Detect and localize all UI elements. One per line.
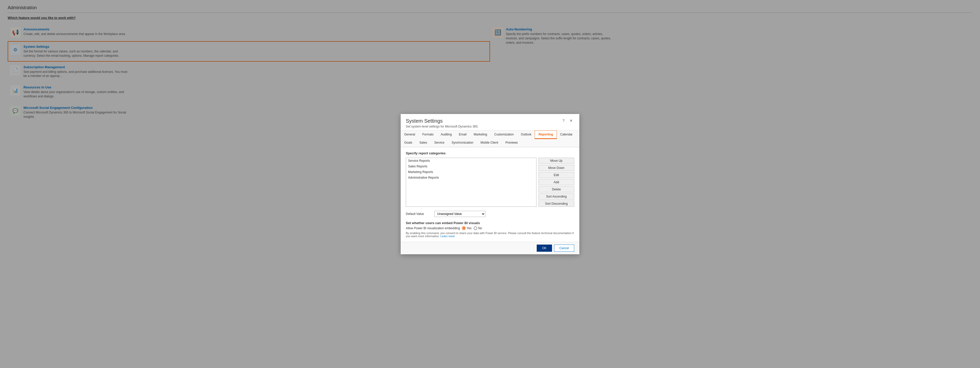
tab-marketing[interactable]: Marketing <box>470 131 491 139</box>
yes-label: Yes <box>466 226 472 230</box>
tab-synchronization[interactable]: Synchronization <box>448 139 477 147</box>
tab-general[interactable]: General <box>401 131 419 139</box>
modal-header-content: System Settings Set system-level setting… <box>406 118 479 128</box>
modal-subtitle: Set system-level settings for Microsoft … <box>406 125 479 128</box>
radio-yes-button[interactable] <box>462 226 466 230</box>
tab-service[interactable]: Service <box>431 139 448 147</box>
tab-mobile-client[interactable]: Mobile Client <box>477 139 502 147</box>
system-settings-modal: System Settings Set system-level setting… <box>401 114 579 254</box>
modal-title: System Settings <box>406 118 479 124</box>
modal-overlay[interactable]: System Settings Set system-level setting… <box>0 0 980 368</box>
learn-more-link[interactable]: Learn more <box>441 235 455 238</box>
power-bi-title: Set whether users can embed Power BI vis… <box>406 221 574 225</box>
modal-header-actions: ? ✕ <box>561 118 574 123</box>
report-categories-title: Specify report categories <box>406 151 574 155</box>
tab-sales[interactable]: Sales <box>416 139 431 147</box>
tab-calendar[interactable]: Calendar <box>557 131 576 139</box>
delete-button[interactable]: Delete <box>538 186 574 192</box>
modal-close-button[interactable]: ✕ <box>568 118 574 123</box>
tab-previews[interactable]: Previews <box>502 139 522 147</box>
power-bi-row: Allow Power BI visualization embedding Y… <box>406 226 574 230</box>
modal-body: Specify report categories Service Report… <box>401 147 579 242</box>
default-value-label: Default Value <box>406 212 431 216</box>
tab-outlook[interactable]: Outlook <box>517 131 535 139</box>
radio-no-button[interactable] <box>474 226 477 230</box>
power-bi-section: Set whether users can embed Power BI vis… <box>406 221 574 238</box>
no-label: No <box>478 226 482 230</box>
tab-goals[interactable]: Goals <box>401 139 416 147</box>
default-value-select[interactable]: Unassigned Value <box>434 211 485 217</box>
power-bi-row-label: Allow Power BI visualization embedding <box>406 226 460 230</box>
radio-no-label[interactable]: No <box>474 226 482 230</box>
list-item-service-reports[interactable]: Service Reports <box>406 158 536 163</box>
power-bi-note: By enabling this command, you consent to… <box>406 232 574 238</box>
modal-footer: OK Cancel <box>401 242 579 254</box>
default-value-row: Default Value Unassigned Value <box>406 211 574 217</box>
tab-auditing[interactable]: Auditing <box>437 131 455 139</box>
move-up-button[interactable]: Move Up <box>538 158 574 164</box>
ok-button[interactable]: OK <box>537 245 552 252</box>
sort-descending-button[interactable]: Sort Descending <box>538 201 574 207</box>
cancel-button[interactable]: Cancel <box>554 245 574 252</box>
list-item-marketing-reports[interactable]: Marketing Reports <box>406 169 536 175</box>
modal-header: System Settings Set system-level setting… <box>401 114 579 131</box>
list-item-sales-reports[interactable]: Sales Reports <box>406 163 536 169</box>
radio-yes-label[interactable]: Yes <box>462 226 472 230</box>
report-categories-row: Service Reports Sales Reports Marketing … <box>406 158 574 207</box>
modal-help-button[interactable]: ? <box>561 118 566 123</box>
add-button[interactable]: Add <box>538 179 574 185</box>
tab-customization[interactable]: Customization <box>491 131 517 139</box>
list-item-administrative-reports[interactable]: Administrative Reports <box>406 175 536 181</box>
modal-tabs: General Formats Auditing Email Marketing… <box>401 131 579 147</box>
edit-button[interactable]: Edit <box>538 172 574 178</box>
tab-formats[interactable]: Formats <box>419 131 437 139</box>
report-action-buttons: Move Up Move Down Edit Add Delete Sort A… <box>538 158 574 207</box>
tab-reporting[interactable]: Reporting <box>535 131 557 139</box>
tab-email[interactable]: Email <box>455 131 470 139</box>
move-down-button[interactable]: Move Down <box>538 165 574 171</box>
report-categories-list: Service Reports Sales Reports Marketing … <box>406 158 536 207</box>
sort-ascending-button[interactable]: Sort Ascending <box>538 194 574 200</box>
